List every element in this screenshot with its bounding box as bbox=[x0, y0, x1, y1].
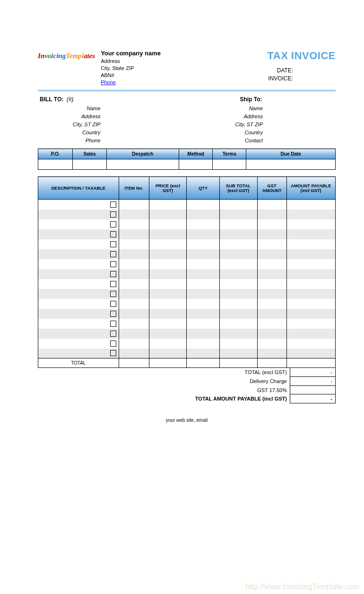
cell-subtotal[interactable] bbox=[219, 269, 257, 279]
cell-gst[interactable] bbox=[257, 279, 286, 289]
checkbox-icon[interactable] bbox=[110, 231, 116, 237]
cell-price[interactable] bbox=[149, 309, 187, 319]
cell-gst[interactable] bbox=[257, 349, 286, 358]
cell-taxable[interactable] bbox=[108, 219, 119, 229]
cell-qty[interactable] bbox=[187, 219, 219, 229]
cell-description[interactable] bbox=[38, 200, 108, 210]
val-terms[interactable] bbox=[213, 159, 246, 170]
cell-item-no[interactable] bbox=[119, 299, 149, 309]
company-phone-link[interactable]: Phone bbox=[101, 79, 116, 85]
cell-item-no[interactable] bbox=[119, 319, 149, 329]
cell-gst[interactable] bbox=[257, 329, 286, 339]
checkbox-icon[interactable] bbox=[110, 321, 116, 327]
cell-description[interactable] bbox=[38, 329, 108, 339]
cell-description[interactable] bbox=[38, 229, 108, 239]
val-due-date[interactable] bbox=[246, 159, 336, 170]
cell-gst[interactable] bbox=[257, 200, 286, 210]
cell-qty[interactable] bbox=[187, 259, 219, 269]
checkbox-icon[interactable] bbox=[110, 291, 116, 297]
cell-item-no[interactable] bbox=[119, 269, 149, 279]
cell-subtotal[interactable] bbox=[219, 249, 257, 259]
cell-description[interactable] bbox=[38, 289, 108, 299]
cell-item-no[interactable] bbox=[119, 229, 149, 239]
cell-taxable[interactable] bbox=[108, 210, 119, 219]
cell-taxable[interactable] bbox=[108, 289, 119, 299]
cell-taxable[interactable] bbox=[108, 200, 119, 210]
cell-subtotal[interactable] bbox=[219, 239, 257, 249]
checkbox-icon[interactable] bbox=[110, 261, 116, 267]
cell-item-no[interactable] bbox=[119, 329, 149, 339]
val-sales[interactable] bbox=[73, 159, 106, 170]
cell-price[interactable] bbox=[149, 249, 187, 259]
cell-taxable[interactable] bbox=[108, 249, 119, 259]
cell-description[interactable] bbox=[38, 319, 108, 329]
cell-description[interactable] bbox=[38, 269, 108, 279]
cell-taxable[interactable] bbox=[108, 309, 119, 319]
cell-qty[interactable] bbox=[187, 239, 219, 249]
cell-amount[interactable] bbox=[286, 259, 335, 269]
cell-description[interactable] bbox=[38, 219, 108, 229]
cell-price[interactable] bbox=[149, 349, 187, 358]
cell-subtotal[interactable] bbox=[219, 210, 257, 219]
checkbox-icon[interactable] bbox=[110, 271, 116, 277]
cell-amount[interactable] bbox=[286, 299, 335, 309]
cell-taxable[interactable] bbox=[108, 279, 119, 289]
checkbox-icon[interactable] bbox=[110, 211, 116, 218]
cell-description[interactable] bbox=[38, 249, 108, 259]
cell-taxable[interactable] bbox=[108, 339, 119, 349]
cell-subtotal[interactable] bbox=[219, 299, 257, 309]
cell-taxable[interactable] bbox=[108, 269, 119, 279]
checkbox-icon[interactable] bbox=[110, 341, 116, 347]
cell-price[interactable] bbox=[149, 289, 187, 299]
cell-item-no[interactable] bbox=[119, 349, 149, 358]
cell-item-no[interactable] bbox=[119, 249, 149, 259]
cell-subtotal[interactable] bbox=[219, 229, 257, 239]
cell-price[interactable] bbox=[149, 239, 187, 249]
cell-amount[interactable] bbox=[286, 219, 335, 229]
cell-amount[interactable] bbox=[286, 210, 335, 219]
cell-subtotal[interactable] bbox=[219, 200, 257, 210]
cell-subtotal[interactable] bbox=[219, 309, 257, 319]
cell-qty[interactable] bbox=[187, 210, 219, 219]
cell-gst[interactable] bbox=[257, 339, 286, 349]
cell-gst[interactable] bbox=[257, 249, 286, 259]
cell-gst[interactable] bbox=[257, 289, 286, 299]
cell-qty[interactable] bbox=[187, 269, 219, 279]
cell-qty[interactable] bbox=[187, 339, 219, 349]
cell-qty[interactable] bbox=[187, 229, 219, 239]
cell-description[interactable] bbox=[38, 210, 108, 219]
checkbox-icon[interactable] bbox=[110, 350, 116, 356]
cell-subtotal[interactable] bbox=[219, 279, 257, 289]
cell-subtotal[interactable] bbox=[219, 349, 257, 358]
checkbox-icon[interactable] bbox=[110, 301, 116, 307]
checkbox-icon[interactable] bbox=[110, 201, 116, 208]
cell-amount[interactable] bbox=[286, 329, 335, 339]
cell-description[interactable] bbox=[38, 299, 108, 309]
cell-gst[interactable] bbox=[257, 229, 286, 239]
cell-subtotal[interactable] bbox=[219, 319, 257, 329]
cell-qty[interactable] bbox=[187, 279, 219, 289]
cell-item-no[interactable] bbox=[119, 309, 149, 319]
cell-amount[interactable] bbox=[286, 249, 335, 259]
cell-item-no[interactable] bbox=[119, 339, 149, 349]
cell-item-no[interactable] bbox=[119, 289, 149, 299]
cell-amount[interactable] bbox=[286, 239, 335, 249]
cell-gst[interactable] bbox=[257, 259, 286, 269]
cell-amount[interactable] bbox=[286, 339, 335, 349]
cell-gst[interactable] bbox=[257, 210, 286, 219]
cell-subtotal[interactable] bbox=[219, 219, 257, 229]
cell-taxable[interactable] bbox=[108, 319, 119, 329]
cell-subtotal[interactable] bbox=[219, 339, 257, 349]
cell-description[interactable] bbox=[38, 259, 108, 269]
cell-amount[interactable] bbox=[286, 269, 335, 279]
cell-taxable[interactable] bbox=[108, 329, 119, 339]
cell-description[interactable] bbox=[38, 349, 108, 358]
cell-price[interactable] bbox=[149, 319, 187, 329]
cell-item-no[interactable] bbox=[119, 219, 149, 229]
cell-gst[interactable] bbox=[257, 309, 286, 319]
cell-item-no[interactable] bbox=[119, 200, 149, 210]
cell-amount[interactable] bbox=[286, 279, 335, 289]
cell-price[interactable] bbox=[149, 219, 187, 229]
cell-price[interactable] bbox=[149, 269, 187, 279]
checkbox-icon[interactable] bbox=[110, 331, 116, 337]
